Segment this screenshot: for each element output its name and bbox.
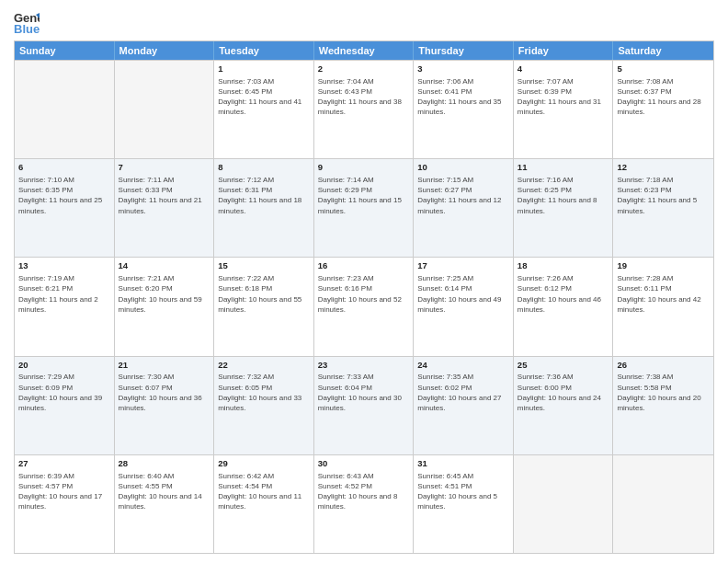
table-row: 8Sunrise: 7:12 AMSunset: 6:31 PMDaylight… [214,159,314,257]
day-info: Sunrise: 7:21 AMSunset: 6:20 PMDaylight:… [119,273,210,315]
table-row: 29Sunrise: 6:42 AMSunset: 4:54 PMDayligh… [214,455,314,553]
day-info: Sunrise: 7:23 AMSunset: 6:16 PMDaylight:… [318,273,410,315]
table-row: 26Sunrise: 7:38 AMSunset: 5:58 PMDayligh… [613,357,713,454]
day-number: 6 [18,162,110,174]
day-info: Sunrise: 7:30 AMSunset: 6:07 PMDaylight:… [119,372,210,413]
calendar-body: 1Sunrise: 7:03 AMSunset: 6:45 PMDaylight… [15,60,713,553]
table-row: 28Sunrise: 6:40 AMSunset: 4:55 PMDayligh… [115,455,215,553]
day-info: Sunrise: 7:29 AMSunset: 6:09 PMDaylight:… [18,372,110,413]
day-info: Sunrise: 7:03 AMSunset: 6:45 PMDaylight:… [218,76,310,118]
day-info: Sunrise: 7:33 AMSunset: 6:04 PMDaylight:… [318,372,410,413]
day-info: Sunrise: 7:36 AMSunset: 6:00 PMDaylight:… [518,372,609,413]
day-info: Sunrise: 7:14 AMSunset: 6:29 PMDaylight:… [318,175,410,216]
table-row: 23Sunrise: 7:33 AMSunset: 6:04 PMDayligh… [314,357,415,454]
day-info: Sunrise: 7:32 AMSunset: 6:05 PMDaylight:… [218,372,310,413]
day-number: 13 [18,260,110,272]
day-info: Sunrise: 6:45 AMSunset: 4:51 PMDaylight:… [417,471,509,512]
day-number: 21 [119,360,210,372]
day-info: Sunrise: 7:19 AMSunset: 6:21 PMDaylight:… [18,273,110,315]
logo: General Blue [14,9,45,35]
day-number: 16 [318,260,410,272]
calendar-row: 1Sunrise: 7:03 AMSunset: 6:45 PMDaylight… [15,60,713,158]
day-number: 27 [18,458,110,470]
table-row: 18Sunrise: 7:26 AMSunset: 6:12 PMDayligh… [514,258,614,355]
table-row: 24Sunrise: 7:35 AMSunset: 6:02 PMDayligh… [414,357,514,454]
day-number: 20 [18,360,110,372]
weekday-header: Thursday [414,41,514,60]
table-row: 19Sunrise: 7:28 AMSunset: 6:11 PMDayligh… [613,258,713,355]
table-row: 22Sunrise: 7:32 AMSunset: 6:05 PMDayligh… [214,357,314,454]
day-info: Sunrise: 7:11 AMSunset: 6:33 PMDaylight:… [119,175,210,216]
table-row: 21Sunrise: 7:30 AMSunset: 6:07 PMDayligh… [115,357,215,454]
table-row: 5Sunrise: 7:08 AMSunset: 6:37 PMDaylight… [613,61,713,158]
day-number: 14 [119,260,210,272]
weekday-header: Friday [514,41,614,60]
day-info: Sunrise: 6:42 AMSunset: 4:54 PMDaylight:… [218,471,310,512]
table-row: 30Sunrise: 6:43 AMSunset: 4:52 PMDayligh… [314,455,415,553]
day-number: 15 [218,260,310,272]
table-row: 31Sunrise: 6:45 AMSunset: 4:51 PMDayligh… [414,455,514,553]
day-number: 1 [218,63,310,75]
weekday-header: Monday [115,41,215,60]
day-number: 12 [617,162,710,174]
day-number: 31 [417,458,509,470]
table-row: 6Sunrise: 7:10 AMSunset: 6:35 PMDaylight… [15,159,115,257]
day-info: Sunrise: 7:06 AMSunset: 6:41 PMDaylight:… [417,76,509,118]
day-number: 28 [119,458,210,470]
table-row: 12Sunrise: 7:18 AMSunset: 6:23 PMDayligh… [613,159,713,257]
calendar-row: 13Sunrise: 7:19 AMSunset: 6:21 PMDayligh… [15,257,713,355]
svg-text:Blue: Blue [14,22,40,35]
table-row: 16Sunrise: 7:23 AMSunset: 6:16 PMDayligh… [314,258,415,355]
day-number: 19 [617,260,710,272]
day-number: 8 [218,162,310,174]
calendar-header: SundayMondayTuesdayWednesdayThursdayFrid… [15,41,713,60]
day-number: 7 [119,162,210,174]
day-number: 4 [518,63,609,75]
weekday-header: Sunday [15,41,115,60]
day-number: 24 [417,360,509,372]
day-number: 9 [318,162,410,174]
day-info: Sunrise: 7:04 AMSunset: 6:43 PMDaylight:… [318,76,410,118]
table-row: 25Sunrise: 7:36 AMSunset: 6:00 PMDayligh… [514,357,614,454]
day-info: Sunrise: 7:10 AMSunset: 6:35 PMDaylight:… [18,175,110,216]
day-number: 18 [518,260,609,272]
logo-icon: General Blue [14,9,40,35]
table-row [115,61,215,158]
day-number: 2 [318,63,410,75]
weekday-header: Wednesday [314,41,415,60]
day-number: 23 [318,360,410,372]
table-row [514,455,614,553]
day-info: Sunrise: 7:16 AMSunset: 6:25 PMDaylight:… [518,175,609,216]
day-info: Sunrise: 7:35 AMSunset: 6:02 PMDaylight:… [417,372,509,413]
calendar-row: 6Sunrise: 7:10 AMSunset: 6:35 PMDaylight… [15,158,713,257]
day-info: Sunrise: 7:22 AMSunset: 6:18 PMDaylight:… [218,273,310,315]
day-info: Sunrise: 7:26 AMSunset: 6:12 PMDaylight:… [518,273,609,315]
day-info: Sunrise: 7:25 AMSunset: 6:14 PMDaylight:… [417,273,509,315]
calendar: SundayMondayTuesdayWednesdayThursdayFrid… [14,40,714,554]
day-info: Sunrise: 7:18 AMSunset: 6:23 PMDaylight:… [617,175,710,216]
day-number: 30 [318,458,410,470]
table-row: 1Sunrise: 7:03 AMSunset: 6:45 PMDaylight… [214,61,314,158]
day-number: 17 [417,260,509,272]
day-number: 25 [518,360,609,372]
table-row [15,61,115,158]
day-info: Sunrise: 6:43 AMSunset: 4:52 PMDaylight:… [318,471,410,512]
page-header: General Blue [14,9,714,35]
table-row: 3Sunrise: 7:06 AMSunset: 6:41 PMDaylight… [414,61,514,158]
weekday-header: Tuesday [214,41,314,60]
table-row: 4Sunrise: 7:07 AMSunset: 6:39 PMDaylight… [514,61,614,158]
calendar-row: 27Sunrise: 6:39 AMSunset: 4:57 PMDayligh… [15,454,713,553]
table-row: 15Sunrise: 7:22 AMSunset: 6:18 PMDayligh… [214,258,314,355]
table-row: 13Sunrise: 7:19 AMSunset: 6:21 PMDayligh… [15,258,115,355]
day-info: Sunrise: 6:40 AMSunset: 4:55 PMDaylight:… [119,471,210,512]
day-number: 11 [518,162,609,174]
day-number: 10 [417,162,509,174]
calendar-row: 20Sunrise: 7:29 AMSunset: 6:09 PMDayligh… [15,356,713,454]
weekday-header: Saturday [613,41,713,60]
day-info: Sunrise: 7:08 AMSunset: 6:37 PMDaylight:… [617,76,710,118]
day-number: 22 [218,360,310,372]
table-row: 17Sunrise: 7:25 AMSunset: 6:14 PMDayligh… [414,258,514,355]
day-info: Sunrise: 7:38 AMSunset: 5:58 PMDaylight:… [617,372,710,413]
day-info: Sunrise: 7:12 AMSunset: 6:31 PMDaylight:… [218,175,310,216]
table-row [613,455,713,553]
